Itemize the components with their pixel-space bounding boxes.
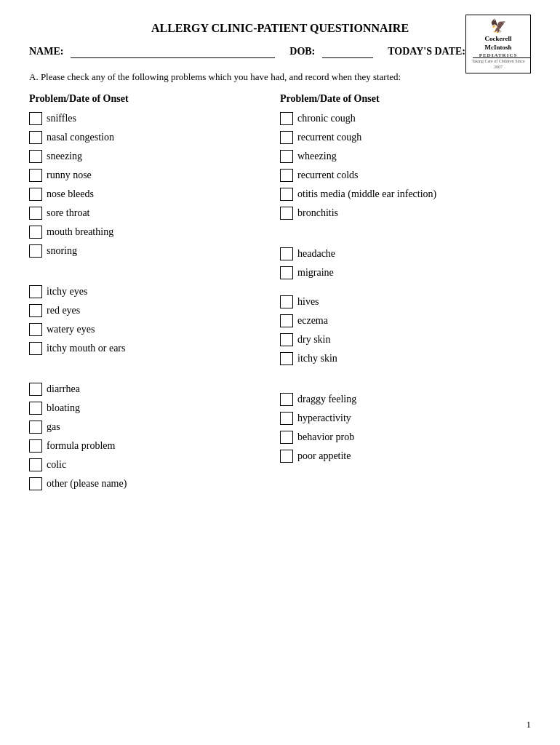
- checkbox-itchy-mouth-ears[interactable]: [29, 342, 42, 355]
- list-item: sore throat: [29, 207, 265, 220]
- label-formula-problem: formula problem: [47, 440, 115, 452]
- checkbox-wheezing[interactable]: [280, 150, 293, 163]
- checkbox-behavior-prob[interactable]: [280, 431, 293, 444]
- list-item: recurrent colds: [280, 169, 516, 182]
- label-red-eyes: red eyes: [47, 305, 80, 316]
- label-behavior-prob: behavior prob: [297, 431, 354, 443]
- dob-label: DOB:: [289, 46, 315, 57]
- label-snoring: snoring: [47, 245, 77, 257]
- checkbox-bloating[interactable]: [29, 402, 42, 415]
- checkbox-recurrent-colds[interactable]: [280, 169, 293, 182]
- list-item: draggy feeling: [280, 393, 516, 406]
- page-header: ALLERGY CLINIC-PATIENT QUESTIONNAIRE 🦅 C…: [29, 15, 531, 35]
- checkbox-itchy-skin[interactable]: [280, 352, 293, 365]
- label-nose-bleeds: nose bleeds: [47, 188, 94, 200]
- list-item: recurrent cough: [280, 131, 516, 144]
- label-itchy-eyes: itchy eyes: [47, 286, 87, 298]
- spacer: [280, 285, 516, 295]
- list-item: sneezing: [29, 150, 265, 163]
- list-item: watery eyes: [29, 323, 265, 336]
- list-item: runny nose: [29, 169, 265, 182]
- list-item: bronchitis: [280, 207, 516, 220]
- name-label: NAME:: [29, 46, 63, 57]
- checkbox-watery-eyes[interactable]: [29, 323, 42, 336]
- label-headache: headache: [297, 248, 335, 260]
- label-bronchitis: bronchitis: [297, 207, 338, 219]
- label-migraine: migraine: [297, 267, 334, 279]
- dob-input[interactable]: [322, 45, 373, 58]
- checkbox-nasal-congestion[interactable]: [29, 131, 42, 144]
- spacer: [280, 371, 516, 393]
- list-item: dry skin: [280, 333, 516, 346]
- label-nasal-congestion: nasal congestion: [47, 132, 114, 143]
- checkbox-otitis-media[interactable]: [280, 188, 293, 201]
- list-item: sniffles: [29, 112, 265, 125]
- checkbox-bronchitis[interactable]: [280, 207, 293, 220]
- list-item: colic: [29, 458, 265, 471]
- checkbox-migraine[interactable]: [280, 266, 293, 279]
- checkbox-dry-skin[interactable]: [280, 333, 293, 346]
- list-item: behavior prob: [280, 431, 516, 444]
- list-item: hives: [280, 295, 516, 308]
- spacer: [280, 226, 516, 247]
- label-gas: gas: [47, 421, 60, 433]
- checkbox-runny-nose[interactable]: [29, 169, 42, 182]
- list-item: itchy mouth or ears: [29, 342, 265, 355]
- instruction: A. Please check any of the following pro…: [29, 71, 531, 83]
- list-item: itchy skin: [280, 352, 516, 365]
- label-wheezing: wheezing: [297, 151, 337, 162]
- list-item: mouth breathing: [29, 226, 265, 239]
- list-item: snoring: [29, 244, 265, 258]
- logo-tagline: Taking Care of Children Since 2007: [471, 59, 526, 71]
- label-sore-throat: sore throat: [47, 207, 89, 219]
- label-other: other (please name): [47, 478, 127, 490]
- checkbox-sore-throat[interactable]: [29, 207, 42, 220]
- checkbox-itchy-eyes[interactable]: [29, 285, 42, 298]
- checkbox-nose-bleeds[interactable]: [29, 188, 42, 201]
- checkbox-other[interactable]: [29, 477, 42, 490]
- list-item: nose bleeds: [29, 188, 265, 201]
- label-eczema: eczema: [297, 315, 328, 327]
- columns: Problem/Date of Onset sniffles nasal con…: [29, 93, 531, 496]
- checkbox-hives[interactable]: [280, 295, 293, 308]
- checkbox-eczema[interactable]: [280, 314, 293, 327]
- checkbox-diarrhea[interactable]: [29, 383, 42, 396]
- logo-name2: McIntosh: [471, 44, 526, 52]
- checkbox-hyperactivity[interactable]: [280, 412, 293, 425]
- name-line: NAME: DOB: TODAY'S DATE:: [29, 42, 531, 58]
- logo: 🦅 Cockerell McIntosh PEDIATRICS Taking C…: [465, 15, 531, 73]
- list-item: nasal congestion: [29, 131, 265, 144]
- list-item: headache: [280, 247, 516, 260]
- label-hives: hives: [297, 296, 319, 308]
- label-watery-eyes: watery eyes: [47, 324, 95, 335]
- list-item: other (please name): [29, 477, 265, 490]
- checkbox-gas[interactable]: [29, 421, 42, 434]
- list-item: poor appetite: [280, 450, 516, 463]
- checkbox-red-eyes[interactable]: [29, 304, 42, 317]
- checkbox-mouth-breathing[interactable]: [29, 226, 42, 239]
- checkbox-draggy-feeling[interactable]: [280, 393, 293, 406]
- checkbox-sneezing[interactable]: [29, 150, 42, 163]
- checkbox-sniffles[interactable]: [29, 112, 42, 125]
- checkbox-snoring[interactable]: [29, 244, 42, 258]
- logo-icon: 🦅: [471, 18, 526, 35]
- checkbox-formula-problem[interactable]: [29, 439, 42, 453]
- spacer: [29, 263, 265, 285]
- checkbox-poor-appetite[interactable]: [280, 450, 293, 463]
- list-item: red eyes: [29, 304, 265, 317]
- label-draggy-feeling: draggy feeling: [297, 394, 356, 405]
- checkbox-chronic-cough[interactable]: [280, 112, 293, 125]
- name-input[interactable]: [71, 45, 275, 58]
- checkbox-recurrent-cough[interactable]: [280, 131, 293, 144]
- checkbox-headache[interactable]: [280, 247, 293, 260]
- label-chronic-cough: chronic cough: [297, 113, 356, 124]
- label-bloating: bloating: [47, 402, 80, 414]
- logo-name1: Cockerell: [471, 35, 526, 44]
- label-otitis-media: otitis media (middle ear infection): [297, 188, 436, 200]
- right-col-header: Problem/Date of Onset: [280, 93, 516, 105]
- label-poor-appetite: poor appetite: [297, 450, 351, 462]
- checkbox-colic[interactable]: [29, 458, 42, 471]
- page-number: 1: [527, 719, 532, 730]
- list-item: diarrhea: [29, 383, 265, 396]
- list-item: gas: [29, 421, 265, 434]
